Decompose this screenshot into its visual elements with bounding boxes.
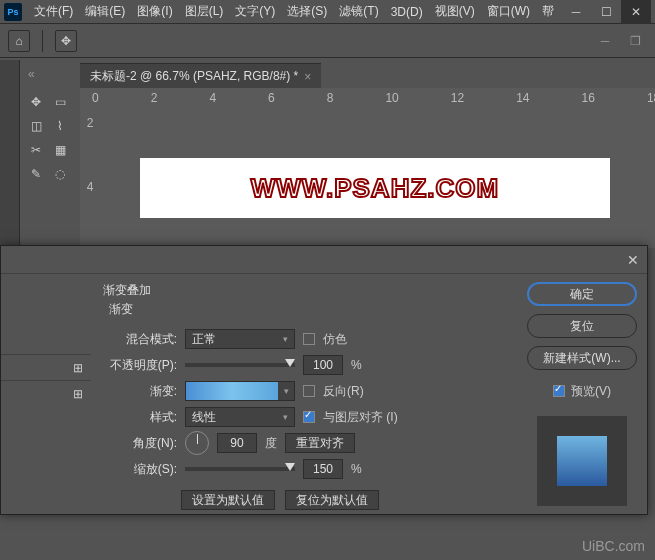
add-effect-2[interactable]: ⊞ <box>1 380 91 406</box>
style-label: 样式: <box>103 409 177 426</box>
preview-checkbox[interactable] <box>553 385 565 397</box>
window-close[interactable]: ✕ <box>621 0 651 24</box>
new-style-button[interactable]: 新建样式(W)... <box>527 346 637 370</box>
toolbox-header: « <box>22 64 35 84</box>
close-icon[interactable]: ✕ <box>627 252 639 268</box>
quick-select-tool-icon[interactable]: ◌ <box>50 164 70 184</box>
chevron-down-icon: ▾ <box>278 382 294 400</box>
blend-mode-label: 混合模式: <box>103 331 177 348</box>
menu-file[interactable]: 文件(F) <box>28 3 79 20</box>
crop-tool-icon[interactable]: ✂ <box>26 140 46 160</box>
menu-type[interactable]: 文字(Y) <box>229 3 281 20</box>
align-checkbox[interactable] <box>303 411 315 423</box>
window-minimize[interactable]: ─ <box>561 0 591 24</box>
angle-unit: 度 <box>265 435 277 452</box>
move-tool-icon[interactable]: ✥ <box>26 92 46 112</box>
chevron-down-icon: ▾ <box>283 412 288 422</box>
home-icon[interactable]: ⌂ <box>8 30 30 52</box>
add-effect-1[interactable]: ⊞ <box>1 354 91 380</box>
eyedropper-tool-icon[interactable]: ✎ <box>26 164 46 184</box>
ruler-vertical: 24 <box>80 108 100 248</box>
section-subtitle: 渐变 <box>109 301 505 318</box>
dither-label: 仿色 <box>323 331 347 348</box>
dialog-buttons: 确定 复位 新建样式(W)... 预览(V) <box>517 274 647 514</box>
gradient-label: 渐变: <box>103 383 177 400</box>
make-default-button[interactable]: 设置为默认值 <box>181 490 275 510</box>
doc-minimize[interactable]: ─ <box>593 34 617 48</box>
close-tab-icon[interactable]: × <box>304 70 311 84</box>
ok-button[interactable]: 确定 <box>527 282 637 306</box>
app-icon: Ps <box>4 3 22 21</box>
document-tabs: 未标题-2 @ 66.7% (PSAHZ, RGB/8#) * × <box>80 64 321 88</box>
dither-checkbox[interactable] <box>303 333 315 345</box>
section-title: 渐变叠加 <box>103 282 505 299</box>
artboard-tool-icon[interactable]: ▭ <box>50 92 70 112</box>
scale-unit: % <box>351 462 362 476</box>
scale-label: 缩放(S): <box>103 461 177 478</box>
scale-input[interactable]: 150 <box>303 459 343 479</box>
blend-mode-select[interactable]: 正常▾ <box>185 329 295 349</box>
menu-select[interactable]: 选择(S) <box>281 3 333 20</box>
menu-filter[interactable]: 滤镜(T) <box>333 3 384 20</box>
angle-input[interactable]: 90 <box>217 433 257 453</box>
scale-slider[interactable] <box>185 467 295 471</box>
align-label: 与图层对齐 (I) <box>323 409 398 426</box>
menu-layer[interactable]: 图层(L) <box>179 3 230 20</box>
watermark: UiBC.com <box>582 538 645 554</box>
left-panel-collapse[interactable] <box>0 60 20 260</box>
menu-window[interactable]: 窗口(W) <box>481 3 536 20</box>
reset-default-button[interactable]: 复位为默认值 <box>285 490 379 510</box>
ruler-horizontal: 02468101214161820 <box>80 88 655 108</box>
reverse-checkbox[interactable] <box>303 385 315 397</box>
dialog-content: 渐变叠加 渐变 混合模式: 正常▾ 仿色 不透明度(P): 100 % 渐变: … <box>91 274 517 514</box>
menu-edit[interactable]: 编辑(E) <box>79 3 131 20</box>
menu-view[interactable]: 视图(V) <box>429 3 481 20</box>
document-tab-title: 未标题-2 @ 66.7% (PSAHZ, RGB/8#) * <box>90 68 298 85</box>
opacity-slider[interactable] <box>185 363 295 367</box>
window-maximize[interactable]: ☐ <box>591 0 621 24</box>
angle-label: 角度(N): <box>103 435 177 452</box>
artboard: WWW.PSAHZ.COM <box>140 158 610 218</box>
opacity-unit: % <box>351 358 362 372</box>
layer-style-dialog: ✕ ⊞ ⊞ 渐变叠加 渐变 混合模式: 正常▾ 仿色 不透明度(P): 100 … <box>0 245 648 515</box>
toolbox: ✥ ▭ ◫ ⌇ ✂ ▦ ✎ ◌ <box>22 88 70 188</box>
options-bar: ⌂ ✥ ─ ❐ <box>0 24 655 58</box>
doc-restore[interactable]: ❐ <box>623 34 647 48</box>
gradient-picker[interactable]: ▾ <box>185 381 295 401</box>
chevron-left-icon[interactable]: « <box>28 67 35 81</box>
frame-tool-icon[interactable]: ▦ <box>50 140 70 160</box>
angle-dial[interactable] <box>185 431 209 455</box>
opacity-input[interactable]: 100 <box>303 355 343 375</box>
opacity-label: 不透明度(P): <box>103 357 177 374</box>
preview-label: 预览(V) <box>571 383 611 400</box>
move-tool-icon[interactable]: ✥ <box>55 30 77 52</box>
preview-swatch <box>537 416 627 506</box>
cancel-button[interactable]: 复位 <box>527 314 637 338</box>
menu-3d[interactable]: 3D(D) <box>385 5 429 19</box>
dialog-sidebar: ⊞ ⊞ <box>1 274 91 514</box>
reset-align-button[interactable]: 重置对齐 <box>285 433 355 453</box>
text-layer: WWW.PSAHZ.COM <box>251 173 499 204</box>
canvas-area[interactable]: WWW.PSAHZ.COM <box>100 108 655 248</box>
style-select[interactable]: 线性▾ <box>185 407 295 427</box>
menu-help[interactable]: 帮 <box>536 3 560 20</box>
document-tab[interactable]: 未标题-2 @ 66.7% (PSAHZ, RGB/8#) * × <box>80 63 321 89</box>
lasso-tool-icon[interactable]: ⌇ <box>50 116 70 136</box>
chevron-down-icon: ▾ <box>283 334 288 344</box>
menu-image[interactable]: 图像(I) <box>131 3 178 20</box>
reverse-label: 反向(R) <box>323 383 364 400</box>
menu-bar: Ps 文件(F) 编辑(E) 图像(I) 图层(L) 文字(Y) 选择(S) 滤… <box>0 0 655 24</box>
marquee-tool-icon[interactable]: ◫ <box>26 116 46 136</box>
dialog-titlebar[interactable]: ✕ <box>1 246 647 274</box>
